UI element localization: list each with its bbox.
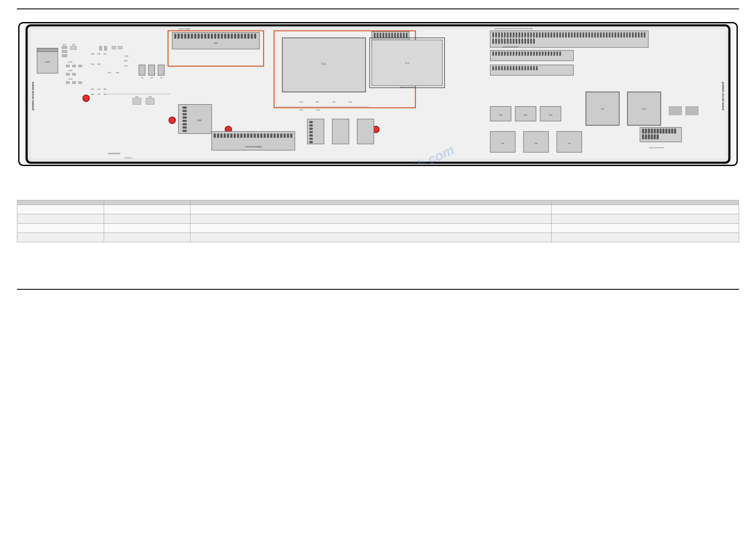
svg-rect-133 [574,33,576,38]
svg-rect-53 [182,130,187,132]
svg-rect-256 [149,65,155,75]
svg-rect-138 [588,33,590,38]
svg-rect-156 [641,33,643,38]
cell-3-3 [190,224,552,233]
svg-rect-176 [495,52,497,56]
svg-text:IC3: IC3 [643,108,646,110]
svg-rect-161 [501,39,503,44]
svg-rect-76 [277,133,279,138]
svg-rect-12 [70,46,77,50]
svg-rect-22 [191,34,193,39]
svg-text:connector footgae: connector footgae [245,146,262,148]
svg-rect-96 [403,33,405,38]
svg-text:printed circuit board: printed circuit board [31,82,35,111]
svg-rect-227 [72,73,76,75]
svg-rect-302 [132,98,141,105]
svg-rect-105 [492,33,494,38]
svg-rect-79 [287,133,289,138]
svg-rect-110 [507,33,509,38]
svg-rect-6 [37,48,58,52]
svg-rect-151 [626,33,628,38]
svg-text:TC1: TC1 [405,62,409,64]
svg-rect-223 [66,65,69,67]
svg-text:C22: C22 [97,88,100,90]
svg-rect-222 [686,106,698,115]
svg-rect-28 [211,34,213,39]
svg-text:C23: C23 [97,93,100,95]
svg-text:C09: C09 [97,63,100,65]
svg-rect-106 [495,33,497,38]
svg-rect-29 [214,34,216,39]
svg-rect-205 [504,66,506,70]
svg-rect-33 [227,34,229,39]
svg-text:R45: R45 [149,96,152,98]
cell-1-2 [104,205,190,214]
svg-rect-166 [516,39,517,44]
cell-2-2 [104,214,190,224]
svg-rect-225 [79,65,82,67]
svg-rect-304 [146,98,155,105]
cell-3-4 [551,224,739,233]
svg-rect-148 [618,33,619,38]
svg-rect-116 [524,33,526,38]
svg-text:D05: D05 [104,93,107,95]
svg-text:LCD2: LCD2 [299,109,303,111]
svg-rect-87 [377,33,378,38]
svg-rect-185 [521,52,523,56]
svg-rect-115 [521,33,523,38]
svg-rect-186 [524,52,526,56]
svg-text:R09: R09 [91,53,94,55]
col-header-4 [551,200,739,205]
svg-rect-62 [230,133,232,138]
svg-rect-167 [519,39,520,44]
svg-rect-135 [579,33,581,38]
svg-rect-41 [254,34,256,39]
svg-rect-92 [391,33,393,38]
svg-text:control board: control board [108,152,120,155]
svg-rect-212 [524,66,526,70]
svg-rect-24 [198,34,200,39]
svg-text:R44: R44 [135,96,139,98]
svg-rect-119 [533,33,535,38]
svg-rect-17 [174,34,177,39]
svg-rect-202 [495,66,497,70]
svg-text:printed circuit board: printed circuit board [721,82,725,111]
svg-rect-123 [545,33,546,38]
svg-rect-150 [624,33,625,38]
svg-rect-190 [536,52,538,56]
svg-rect-67 [247,133,249,138]
svg-text:CN1: CN1 [501,142,505,144]
table-section [17,200,739,242]
svg-rect-35 [234,34,236,39]
svg-rect-229 [72,82,76,84]
svg-rect-310 [309,131,313,133]
svg-rect-34 [231,34,233,39]
svg-rect-250 [99,46,102,50]
svg-rect-111 [510,33,511,38]
svg-rect-128 [559,33,561,38]
svg-rect-206 [507,66,509,70]
svg-rect-291 [648,134,650,139]
svg-rect-253 [118,46,122,49]
svg-text:C08: C08 [97,53,100,55]
svg-text:R44: R44 [116,72,119,74]
svg-rect-188 [530,52,532,56]
svg-rect-292 [651,134,653,139]
svg-rect-252 [112,46,116,49]
svg-rect-141 [597,33,599,38]
svg-text:R56: R56 [91,93,94,95]
pcb-svg: printed circuit board printed circuit bo… [19,23,737,165]
svg-rect-143 [603,33,604,38]
svg-rect-136 [582,33,584,38]
svg-rect-215 [533,66,535,70]
svg-rect-187 [527,52,529,56]
svg-text:Q3: Q3 [160,77,163,79]
svg-rect-194 [548,52,549,56]
svg-rect-69 [254,133,256,138]
svg-rect-127 [556,33,558,38]
col-header-2 [104,200,190,205]
svg-text:R89: R89 [316,101,319,103]
svg-rect-196 [554,52,555,56]
svg-rect-314 [332,119,349,144]
svg-text:R21: R21 [63,44,66,46]
